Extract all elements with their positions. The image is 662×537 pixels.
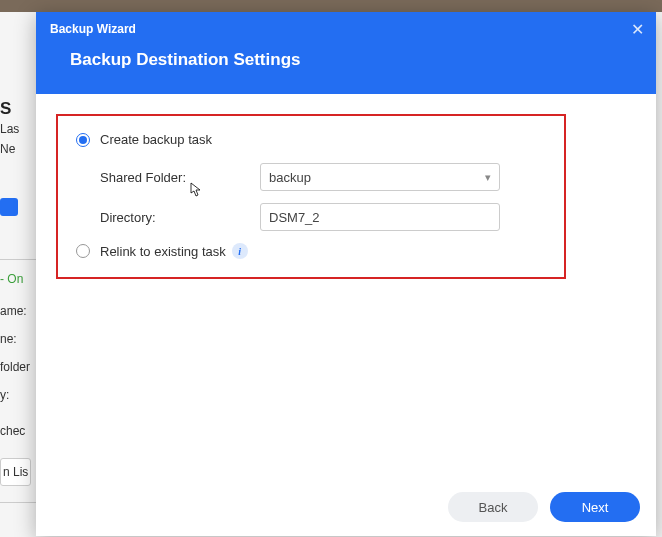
- option-relink-existing-task[interactable]: Relink to existing task i: [76, 243, 546, 259]
- bg-label: folder: [0, 358, 36, 376]
- next-button[interactable]: Next: [550, 492, 640, 522]
- bg-line: Ne: [0, 140, 36, 158]
- cursor-icon: [190, 182, 204, 201]
- window-title: Backup Wizard: [36, 12, 656, 40]
- directory-value: DSM7_2: [269, 210, 320, 225]
- directory-label: Directory:: [100, 210, 260, 225]
- bg-label: y:: [0, 386, 36, 404]
- shared-folder-row: Shared Folder: backup ▾: [100, 163, 546, 191]
- radio-relink[interactable]: [76, 244, 90, 258]
- bg-button-fragment: n Lis: [0, 458, 31, 486]
- modal-footer: Back Next: [36, 482, 656, 536]
- page-title: Backup Destination Settings: [36, 40, 656, 94]
- directory-input[interactable]: DSM7_2: [260, 203, 500, 231]
- modal-body: Create backup task Shared Folder: backup…: [36, 94, 656, 482]
- option-relink-label: Relink to existing task: [100, 244, 226, 259]
- info-icon[interactable]: i: [232, 243, 248, 259]
- option-create-backup-task[interactable]: Create backup task: [76, 132, 546, 147]
- bg-label: ne:: [0, 330, 36, 348]
- backup-wizard-modal: Backup Wizard ✕ Backup Destination Setti…: [36, 12, 656, 536]
- option-create-label: Create backup task: [100, 132, 212, 147]
- highlighted-options-box: Create backup task Shared Folder: backup…: [56, 114, 566, 279]
- background-page-fragments: S Las Ne - On ame: ne: folder y: chec n …: [0, 100, 36, 513]
- directory-row: Directory: DSM7_2: [100, 203, 546, 231]
- radio-create[interactable]: [76, 133, 90, 147]
- back-button[interactable]: Back: [448, 492, 538, 522]
- shared-folder-label: Shared Folder:: [100, 170, 260, 185]
- bg-label: chec: [0, 422, 36, 440]
- shared-folder-value: backup: [269, 170, 311, 185]
- bg-blue-button-fragment: [0, 198, 18, 216]
- bg-line: Las: [0, 120, 36, 138]
- modal-header: Backup Wizard ✕ Backup Destination Setti…: [36, 12, 656, 94]
- chevron-down-icon: ▾: [485, 171, 491, 184]
- bg-heading: S: [0, 100, 36, 118]
- close-icon[interactable]: ✕: [631, 20, 644, 39]
- shared-folder-select[interactable]: backup ▾: [260, 163, 500, 191]
- bg-status: - On: [0, 270, 36, 288]
- backdrop-strip: [0, 0, 662, 12]
- bg-label: ame:: [0, 302, 36, 320]
